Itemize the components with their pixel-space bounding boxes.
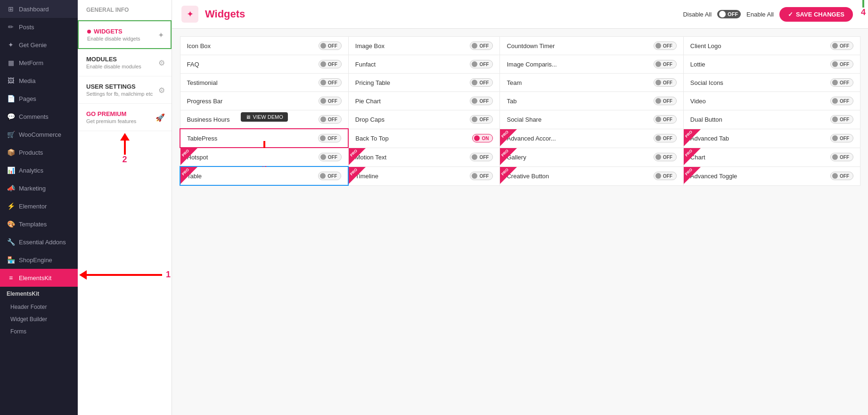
toggle-drop-caps[interactable]: OFF <box>470 115 493 124</box>
toggle-funfact[interactable]: OFF <box>470 60 493 68</box>
toggle-pricing-table[interactable]: OFF <box>470 78 493 87</box>
toggle-creative-button[interactable]: OFF <box>654 172 677 180</box>
left-panel-item-widgets[interactable]: WIDGETS Enable disable widgets ✦ <box>78 20 172 49</box>
toggle-image-comparison[interactable]: OFF <box>654 60 677 68</box>
sidebar-sub-widget-builder[interactable]: Widget Builder <box>0 313 78 325</box>
toggle-testimonial[interactable]: OFF <box>319 78 342 87</box>
arrow2-head <box>120 133 130 141</box>
toggle-advanced-accordion[interactable]: OFF <box>654 134 677 142</box>
sidebar-item-products[interactable]: 📦 Products <box>0 143 78 161</box>
widget-name-team: Team <box>507 79 522 86</box>
sidebar-item-elementor[interactable]: ⚡ Elementor <box>0 197 78 215</box>
modules-title: MODULES <box>86 56 163 63</box>
sidebar-item-posts[interactable]: ✏ Posts <box>0 18 78 36</box>
analytics-icon: 📊 <box>7 166 15 174</box>
toggle-hotspot[interactable]: OFF <box>319 153 342 161</box>
posts-icon: ✏ <box>7 23 15 31</box>
save-changes-button[interactable]: ✓ SAVE CHANGES <box>779 7 853 22</box>
widget-cell-social-icons: Social Icons OFF <box>683 74 860 92</box>
sidebar-item-shopengine[interactable]: 🏪 ShopEngine <box>0 251 78 269</box>
toggle-dot <box>719 11 726 17</box>
essential-addons-icon: 🔧 <box>7 238 15 246</box>
toggle-gallery[interactable]: OFF <box>654 153 677 161</box>
widgets-icon: ✦ <box>158 30 164 39</box>
toggle-back-to-top[interactable]: ON <box>472 134 493 142</box>
left-panel-item-general[interactable]: General Info <box>78 0 172 20</box>
toggle-pie-chart[interactable]: OFF <box>470 97 493 105</box>
widget-cell-social-share: Social Share OFF <box>500 110 683 129</box>
toggle-social-icons[interactable]: OFF <box>830 78 853 87</box>
sidebar-item-marketing[interactable]: 📣 Marketing <box>0 179 78 197</box>
toggle-chart[interactable]: OFF <box>830 153 853 161</box>
view-demo-label: VIEW DEMO <box>253 114 283 120</box>
widget-cell-image-comparison: Image Comparis... OFF <box>500 55 683 74</box>
toggle-business-hours[interactable]: OFF <box>319 115 342 124</box>
toggle-table[interactable]: OFF <box>318 172 341 180</box>
widgets-dot <box>87 30 91 33</box>
toggle-video[interactable]: OFF <box>830 97 853 105</box>
disable-all-label[interactable]: Disable All <box>683 11 712 18</box>
widget-cell-pie-chart: Pie Chart OFF <box>348 92 500 110</box>
toggle-team[interactable]: OFF <box>654 78 677 87</box>
toggle-timeline[interactable]: OFF <box>470 172 493 180</box>
dashboard-icon: ⊞ <box>7 5 15 13</box>
sidebar-item-templates[interactable]: 🎨 Templates <box>0 215 78 233</box>
left-panel-item-user-settings[interactable]: USER SETTINGS Settings for fb, mailchimp… <box>78 76 172 104</box>
widget-cell-creative-button: PRO Creative Button OFF <box>500 166 683 185</box>
toggle-icon-box[interactable]: OFF <box>319 42 342 50</box>
toggle-tablepress[interactable]: OFF <box>318 134 341 142</box>
widget-name-tab: Tab <box>507 98 516 105</box>
toggle-social-share[interactable]: OFF <box>654 115 677 124</box>
toggle-motion-text[interactable]: OFF <box>470 153 493 161</box>
go-premium-title: GO PREMIUM <box>86 110 163 117</box>
sidebar-item-analytics[interactable]: 📊 Analytics <box>0 161 78 179</box>
widget-name-icon-box: Icon Box <box>187 42 211 50</box>
widget-name-back-to-top: Back To Top <box>355 135 388 142</box>
widget-cell-tab: Tab OFF <box>500 92 683 110</box>
toggle-advanced-toggle[interactable]: OFF <box>830 172 853 180</box>
annotation-2: 2 <box>122 155 127 165</box>
toggle-countdown-timer[interactable]: OFF <box>654 42 677 50</box>
sidebar-sub-forms[interactable]: Forms <box>0 325 78 338</box>
pro-corner-timeline <box>349 167 366 184</box>
left-panel-item-go-premium[interactable]: GO PREMIUM Get premium features 🚀 <box>78 104 172 131</box>
sidebar-item-dashboard[interactable]: ⊞ Dashboard <box>0 0 78 18</box>
user-settings-sub: Settings for fb, mailchimp etc <box>86 91 163 97</box>
widget-name-faq: FAQ <box>187 61 199 68</box>
pro-corner-table <box>180 167 197 184</box>
sidebar-item-comments[interactable]: 💬 Comments <box>0 108 78 125</box>
enable-all-label[interactable]: Enable All <box>746 11 774 18</box>
pro-corner-advanced-toggle <box>684 167 701 184</box>
sidebar-item-woocommerce[interactable]: 🛒 WooCommerce <box>0 125 78 143</box>
toggle-faq[interactable]: OFF <box>319 60 342 68</box>
left-panel-item-modules[interactable]: MODULES Enable disable modules ⚙ <box>78 49 172 76</box>
annotation-1-arrow: 1 <box>79 270 171 280</box>
toggle-tab[interactable]: OFF <box>654 97 677 105</box>
toggle-lottie[interactable]: OFF <box>830 60 853 68</box>
checkmark-icon: ✓ <box>788 11 793 18</box>
sidebar-item-elementskit[interactable]: ≡ ElementsKit <box>0 269 78 287</box>
widget-cell-table: PRO Table OFF <box>180 166 348 185</box>
toggle-image-box[interactable]: OFF <box>470 42 493 50</box>
sidebar-item-getgenie[interactable]: ✦ Get Genie <box>0 36 78 54</box>
sidebar-item-pages[interactable]: 📄 Pages <box>0 90 78 108</box>
general-info-title: General Info <box>86 7 163 13</box>
sidebar-item-metform[interactable]: ▦ MetForm <box>0 54 78 72</box>
toggle-client-logo[interactable]: OFF <box>830 42 853 50</box>
monitor-icon: 🖥 <box>246 114 251 120</box>
widget-cell-progress-bar: Progress Bar OFF <box>180 92 348 110</box>
sidebar-item-essential-addons[interactable]: 🔧 Essential Addons <box>0 233 78 251</box>
widget-name-countdown-timer: Countdown Timer <box>507 42 555 50</box>
widget-cell-timeline: PRO Timeline OFF <box>348 166 500 185</box>
widgets-title: WIDGETS <box>87 28 162 35</box>
elementskit-section: ElementsKit <box>0 287 78 301</box>
disable-all-toggle[interactable]: OFF <box>717 10 741 18</box>
widget-name-funfact: Funfact <box>355 61 376 68</box>
toggle-dual-button[interactable]: OFF <box>830 115 853 124</box>
shopengine-icon: 🏪 <box>7 256 15 264</box>
sidebar-sub-header-footer[interactable]: Header Footer <box>0 301 78 313</box>
toggle-advanced-tab[interactable]: OFF <box>830 134 853 142</box>
widget-name-dual-button: Dual Button <box>690 116 722 123</box>
toggle-progress-bar[interactable]: OFF <box>319 97 342 105</box>
sidebar-item-media[interactable]: 🖼 Media <box>0 72 78 90</box>
